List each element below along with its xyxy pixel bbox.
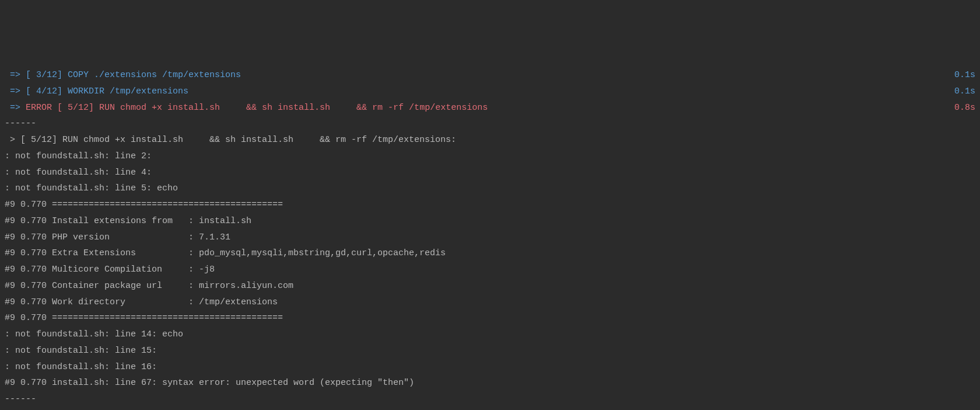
failed-to-solve-line: failed to solve: rpc error: code = Unkno… <box>5 408 975 410</box>
info-work-directory: #9 0.770 Work directory : /tmp/extension… <box>5 294 975 311</box>
info-extra-extensions: #9 0.770 Extra Extensions : pdo_mysql,my… <box>5 245 975 262</box>
error-line: : not foundstall.sh: line 15: <box>5 343 975 359</box>
error-line: : not foundstall.sh: line 16: <box>5 359 975 376</box>
border-line: #9 0.770 ===============================… <box>5 310 975 326</box>
syntax-error-line: #9 0.770 install.sh: line 67: syntax err… <box>5 375 975 391</box>
error-line: : not foundstall.sh: line 14: echo <box>5 326 975 343</box>
error-line: : not foundstall.sh: line 4: <box>5 165 975 181</box>
border-line: #9 0.770 ===============================… <box>5 197 975 213</box>
build-step-3: => [ 3/12] COPY ./extensions /tmp/extens… <box>5 67 975 84</box>
info-package-url: #9 0.770 Container package url : mirrors… <box>5 278 975 294</box>
run-command-header: > [ 5/12] RUN chmod +x install.sh && sh … <box>5 132 975 148</box>
error-line: : not foundstall.sh: line 5: echo <box>5 180 975 197</box>
info-multicore: #9 0.770 Multicore Compilation : -j8 <box>5 262 975 278</box>
divider-line: ------ <box>5 391 975 408</box>
build-step-5-error: => ERROR [ 5/12] RUN chmod +x install.sh… <box>5 100 975 116</box>
divider-line: ------ <box>5 116 975 132</box>
terminal-output[interactable]: => [ 3/12] COPY ./extensions /tmp/extens… <box>5 67 975 410</box>
build-step-4: => [ 4/12] WORKDIR /tmp/extensions0.1s <box>5 84 975 100</box>
info-install-from: #9 0.770 Install extensions from : insta… <box>5 213 975 230</box>
error-line: : not foundstall.sh: line 2: <box>5 148 975 165</box>
info-php-version: #9 0.770 PHP version : 7.1.31 <box>5 230 975 246</box>
